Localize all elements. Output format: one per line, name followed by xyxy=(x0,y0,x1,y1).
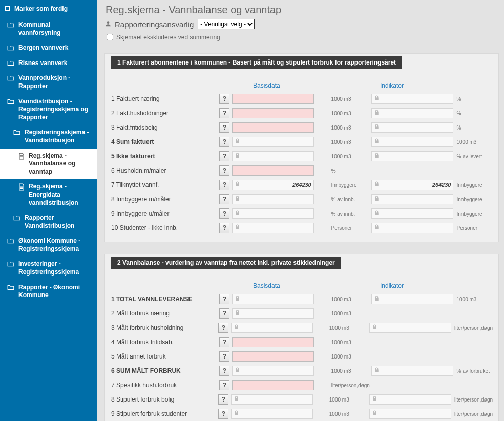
basis-unit: Personer xyxy=(328,225,372,231)
form-row: 9 Innbyggere u/måler ? % av innb. Innbyg… xyxy=(111,207,492,220)
help-button[interactable]: ? xyxy=(219,308,229,319)
row-label: 6 SUM MÅLT FORBRUK xyxy=(111,367,219,374)
row-label: 1 Faktuert næring xyxy=(111,95,219,102)
basis-readonly xyxy=(232,208,314,219)
sidebar-item-label: Risnes vannverk xyxy=(18,59,67,68)
form-row: 6 Husholdn.m/måler ? % xyxy=(111,164,492,177)
exclude-checkbox[interactable] xyxy=(107,34,113,40)
sidebar-item-0[interactable]: Kommunal vannforsyning xyxy=(0,17,97,40)
indikator-unit: % xyxy=(453,125,492,131)
basis-unit: 1000 m3 xyxy=(328,368,372,374)
col-indikator: Indikator xyxy=(375,82,488,89)
sidebar-item-6[interactable]: Reg.skjema - Vannbalanse og vanntap xyxy=(0,149,97,180)
folder-icon xyxy=(7,22,14,28)
exclude-label: Skjemaet ekskluderes ved summering xyxy=(116,34,220,41)
basis-unit: 1000 m3 xyxy=(328,111,372,116)
help-button[interactable]: ? xyxy=(219,208,229,219)
basis-unit: 1000 m3 xyxy=(328,340,372,345)
row-label: 2 Målt forbruk næring xyxy=(111,310,219,317)
help-button[interactable]: ? xyxy=(219,380,229,390)
form-row: 3 Målt forbruk husholdning ? 1000 m3 lit… xyxy=(111,321,492,334)
help-button[interactable]: ? xyxy=(218,394,228,405)
lock-icon xyxy=(374,95,380,102)
row-label: 3 Målt forbruk husholdning xyxy=(111,324,218,331)
sidebar-item-9[interactable]: Økonomi Kommune - Registreringsskjema xyxy=(0,234,97,257)
lock-icon xyxy=(235,296,240,303)
lock-icon xyxy=(374,367,380,374)
sidebar-item-label: Kommunal vannforsyning xyxy=(18,21,92,37)
form-row: 7 Spesifikk hush.forbruk ? liter/person,… xyxy=(111,378,492,392)
help-button[interactable]: ? xyxy=(218,409,228,419)
sidebar-item-11[interactable]: Rapporter - Økonomi Kommune xyxy=(0,280,97,303)
indikator-unit: Innbyggere xyxy=(453,211,492,217)
sidebar-item-label: Rapporter - Økonomi Kommune xyxy=(18,284,92,300)
basis-readonly xyxy=(232,151,314,161)
row-label: 9 Stipulert forbruk studenter xyxy=(111,410,218,417)
indikator-unit: Innbyggere xyxy=(453,182,492,188)
indikator-readonly xyxy=(371,208,453,219)
sidebar-item-label: Økonomi Kommune - Registreringsskjema xyxy=(18,237,92,253)
help-button[interactable]: ? xyxy=(219,137,229,147)
folder-icon xyxy=(7,284,14,290)
indikator-readonly xyxy=(369,323,451,333)
indikator-unit: liter/person,døgn xyxy=(451,325,492,331)
form-row: 6 SUM MÅLT FORBRUK ? 1000 m3 % av forbru… xyxy=(111,364,492,377)
sidebar-item-4[interactable]: Vanndistribusjon - Registreringsskjema o… xyxy=(0,94,97,125)
lock-icon xyxy=(235,367,240,374)
basis-unit: 1000 m3 xyxy=(328,96,372,102)
sidebar-item-10[interactable]: Investeringer - Registreringsskjema xyxy=(0,257,97,280)
basis-input[interactable] xyxy=(232,108,314,118)
help-button[interactable]: ? xyxy=(219,351,229,362)
help-button[interactable]: ? xyxy=(219,223,229,233)
lock-icon xyxy=(235,310,240,317)
sidebar-item-3[interactable]: Vannproduksjon - Rapporter xyxy=(0,71,97,94)
indikator-readonly xyxy=(371,137,453,147)
basis-input[interactable] xyxy=(232,122,314,133)
basis-input[interactable] xyxy=(232,380,314,390)
folder-icon xyxy=(7,261,14,267)
main-panel: Reg.skjema - Vannbalanse og vanntap Rapp… xyxy=(97,0,504,421)
sidebar-item-7[interactable]: Reg.skjema - Energidata vanndistribusjon xyxy=(0,179,97,210)
row-label: 7 Spesifikk hush.forbruk xyxy=(111,382,219,389)
sidebar: Marker som ferdig Kommunal vannforsyning… xyxy=(0,0,97,421)
indikator-unit: % xyxy=(453,111,492,116)
form-row: 1 TOTAL VANNLEVERANSE ? 1000 m3 1000 m3 xyxy=(111,292,492,306)
form-row: 4 Sum faktuert ? 1000 m3 1000 m3 xyxy=(111,135,492,149)
help-button[interactable]: ? xyxy=(219,151,229,161)
basis-unit: 1000 m3 xyxy=(328,354,372,360)
basis-input[interactable] xyxy=(232,94,314,104)
help-button[interactable]: ? xyxy=(219,366,229,376)
help-button[interactable]: ? xyxy=(218,323,228,333)
help-button[interactable]: ? xyxy=(219,122,229,133)
basis-input[interactable] xyxy=(232,337,314,347)
basis-unit: 1000 m3 xyxy=(326,397,369,403)
col-basisdata: Basisdata xyxy=(226,282,375,289)
help-button[interactable]: ? xyxy=(219,194,229,204)
help-button[interactable]: ? xyxy=(219,337,229,347)
form-row: 5 Målt annet forbruk ? 1000 m3 xyxy=(111,350,492,363)
sidebar-item-5[interactable]: Registreringsskjema - Vanndistribusjon xyxy=(0,125,97,148)
sidebar-item-2[interactable]: Risnes vannverk xyxy=(0,56,97,71)
sidebar-item-1[interactable]: Bergen vannverk xyxy=(0,40,97,56)
basis-input[interactable] xyxy=(232,351,314,362)
indikator-readonly xyxy=(371,223,453,233)
row-label: 3 Fakt.fritidsbolig xyxy=(111,124,219,131)
help-button[interactable]: ? xyxy=(219,180,229,190)
help-button[interactable]: ? xyxy=(219,294,229,304)
basis-input[interactable] xyxy=(232,165,314,176)
form-row: 9 Stipulert forbruk studenter ? 1000 m3 … xyxy=(111,407,492,420)
form-row: 8 Stipulert forbruk bolig ? 1000 m3 lite… xyxy=(111,393,492,406)
responsible-select[interactable]: - Vennligst velg - xyxy=(198,19,255,29)
basis-unit: 1000 m3 xyxy=(328,311,372,317)
lock-icon xyxy=(235,181,240,188)
lock-icon xyxy=(374,181,380,188)
row-label: 2 Fakt.husholdninger xyxy=(111,110,219,117)
help-button[interactable]: ? xyxy=(219,94,229,104)
row-label: 9 Innbyggere u/måler xyxy=(111,210,219,217)
help-button[interactable]: ? xyxy=(219,108,229,118)
help-button[interactable]: ? xyxy=(219,165,229,176)
column-headers: Basisdata Indikator xyxy=(111,282,492,289)
sidebar-mark-complete[interactable]: Marker som ferdig xyxy=(0,2,97,17)
folder-icon xyxy=(7,98,14,104)
sidebar-item-8[interactable]: Rapporter Vanndistribusjon xyxy=(0,210,97,234)
